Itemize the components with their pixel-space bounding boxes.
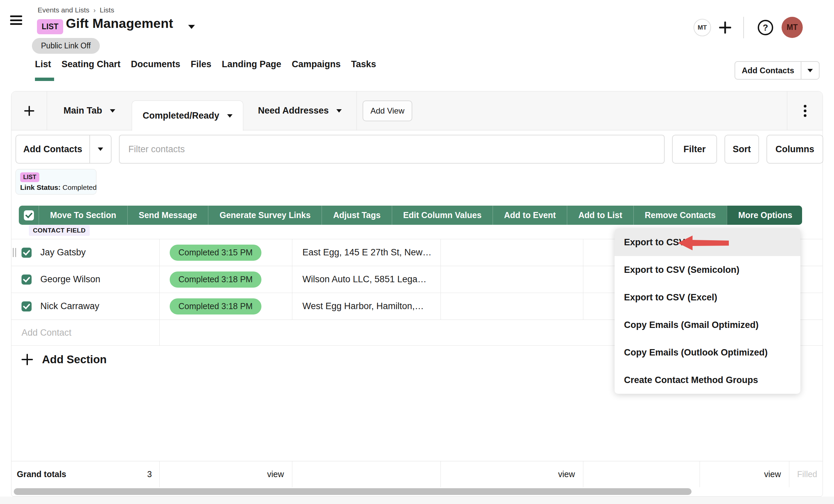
menu-create-contact-method-groups[interactable]: Create Contact Method Groups (615, 366, 800, 394)
status-badge: Completed 3:18 PM (170, 298, 261, 314)
empty-cell[interactable] (441, 293, 583, 320)
help-icon[interactable]: ? (758, 20, 773, 35)
row-checkbox[interactable] (22, 248, 31, 258)
hamburger-menu-icon[interactable] (10, 16, 22, 25)
more-options-menu: Export to CSV Export to CSV (Semicolon) … (615, 228, 800, 394)
menu-export-to-csv-excel[interactable]: Export to CSV (Excel) (615, 284, 800, 311)
view-link[interactable]: view (267, 469, 284, 479)
grand-totals-row: Grand totals 3 view view view Filled (12, 461, 822, 487)
title-dropdown-caret-icon[interactable] (188, 25, 195, 29)
contact-name[interactable]: Nick Carraway (40, 301, 100, 311)
action-edit-column-values[interactable]: Edit Column Values (392, 206, 492, 225)
add-contacts-label: Add Contacts (735, 62, 801, 79)
add-section-button[interactable]: Add Section (22, 352, 107, 367)
app-window: Events and Lists › Lists LIST Gift Manag… (0, 0, 834, 504)
columns-button[interactable]: Columns (766, 135, 823, 163)
nav-tab-files[interactable]: Files (191, 59, 212, 69)
grand-totals-label: Grand totals (17, 469, 66, 479)
main-nav: List Seating Chart Documents Files Landi… (35, 59, 376, 69)
action-move-to-section[interactable]: Move To Section (39, 206, 127, 225)
public-link-status-badge[interactable]: Public Link Off (32, 38, 100, 54)
nav-active-underline (35, 78, 54, 81)
select-all-checkbox[interactable] (24, 210, 34, 220)
breadcrumb: Events and Lists › Lists (38, 6, 114, 14)
grand-totals-count: 3 (147, 469, 152, 479)
add-new-icon[interactable] (719, 22, 731, 34)
action-add-to-event[interactable]: Add to Event (492, 206, 567, 225)
mini-avatar[interactable]: MT (694, 19, 711, 36)
contact-address[interactable]: Wilson Auto LLC, 5851 Lega… (302, 274, 426, 285)
add-contacts-button-caret[interactable] (90, 135, 111, 163)
view-link[interactable]: view (558, 469, 575, 479)
page-footer-strip (0, 497, 834, 504)
view-tab-active-label: Completed/Ready (142, 111, 219, 121)
action-send-message[interactable]: Send Message (127, 206, 208, 225)
menu-export-to-csv-semicolon[interactable]: Export to CSV (Semicolon) (615, 256, 800, 284)
chip-label: Link Status: (20, 183, 61, 191)
action-add-to-list[interactable]: Add to List (567, 206, 633, 225)
add-contacts-button-label: Add Contacts (16, 135, 89, 163)
nav-tab-campaigns[interactable]: Campaigns (292, 59, 341, 69)
empty-cell[interactable] (441, 266, 583, 293)
chip-value: Completed (63, 183, 97, 191)
add-contact-placeholder[interactable]: Add Contact (22, 328, 71, 338)
nav-tab-documents[interactable]: Documents (131, 59, 180, 69)
breadcrumb-lists[interactable]: Lists (100, 6, 114, 14)
list-type-badge: LIST (37, 19, 63, 34)
action-adjust-tags[interactable]: Adjust Tags (322, 206, 392, 225)
view-link[interactable]: view (764, 469, 781, 479)
list-panel: Main Tab Need Addresses Add View Complet… (11, 91, 823, 497)
filter-button[interactable]: Filter (672, 135, 717, 163)
add-view-plus-icon[interactable] (12, 91, 47, 130)
contact-address[interactable]: West Egg Harbor, Hamilton,… (302, 301, 424, 311)
filter-contacts-input[interactable] (119, 135, 665, 163)
row-checkbox[interactable] (22, 275, 31, 285)
user-avatar[interactable]: MT (782, 17, 803, 38)
drag-handle-icon[interactable] (13, 248, 17, 257)
chip-list-badge: LIST (20, 172, 39, 182)
red-arrow-annotation-icon (678, 235, 729, 251)
plus-icon (22, 354, 33, 365)
view-tab-main-caret-icon[interactable] (110, 109, 115, 113)
bulk-action-bar: Move To Section Send Message Generate Su… (19, 206, 802, 225)
contact-name[interactable]: Jay Gatsby (40, 247, 86, 258)
panel-more-menu[interactable] (787, 91, 822, 130)
add-section-label: Add Section (42, 353, 107, 366)
nav-tab-tasks[interactable]: Tasks (351, 59, 376, 69)
empty-cell[interactable] (441, 239, 583, 266)
breadcrumb-events-and-lists[interactable]: Events and Lists (38, 6, 89, 14)
add-view-button[interactable]: Add View (363, 101, 412, 121)
view-tab-main-tab[interactable]: Main Tab (47, 91, 132, 130)
add-contacts-button-top[interactable]: Add Contacts (734, 61, 819, 80)
action-remove-contacts[interactable]: Remove Contacts (633, 206, 727, 225)
view-tab-need-label: Need Addresses (258, 106, 329, 116)
menu-copy-emails-gmail[interactable]: Copy Emails (Gmail Optimized) (615, 311, 800, 339)
row-checkbox[interactable] (22, 301, 31, 311)
contact-name[interactable]: George Wilson (40, 274, 101, 285)
nav-tab-list[interactable]: List (35, 59, 51, 69)
view-tab-need-addresses[interactable]: Need Addresses (243, 91, 356, 130)
link-status-filter-chip[interactable]: LIST Link Status: Completed (16, 169, 96, 195)
page-title: Gift Management (66, 16, 173, 31)
nav-tab-landing-page[interactable]: Landing Page (222, 59, 281, 69)
breadcrumb-separator-icon: › (93, 6, 96, 14)
view-tab-need-caret-icon[interactable] (336, 109, 342, 113)
header-divider (743, 17, 744, 38)
horizontal-scrollbar[interactable] (14, 488, 692, 495)
status-badge: Completed 3:18 PM (170, 271, 261, 288)
contact-address[interactable]: East Egg, 145 E 27th St, New… (302, 247, 432, 258)
sort-button[interactable]: Sort (724, 135, 759, 163)
view-tab-active-caret-icon[interactable] (227, 114, 233, 117)
view-tab-completed-ready[interactable]: Completed/Ready (132, 101, 243, 131)
contact-field-column-header: CONTACT FIELD (29, 225, 90, 236)
nav-tab-seating-chart[interactable]: Seating Chart (62, 59, 120, 69)
status-badge: Completed 3:15 PM (170, 245, 261, 261)
menu-copy-emails-outlook[interactable]: Copy Emails (Outlook Optimized) (615, 339, 800, 366)
kebab-menu-icon[interactable] (804, 105, 807, 117)
add-contacts-caret[interactable] (802, 62, 819, 79)
action-generate-survey-links[interactable]: Generate Survey Links (208, 206, 322, 225)
filled-label: Filled (797, 469, 817, 479)
add-contacts-button[interactable]: Add Contacts (16, 135, 112, 163)
action-more-options[interactable]: More Options (727, 206, 802, 225)
view-tab-main-label: Main Tab (64, 106, 102, 116)
